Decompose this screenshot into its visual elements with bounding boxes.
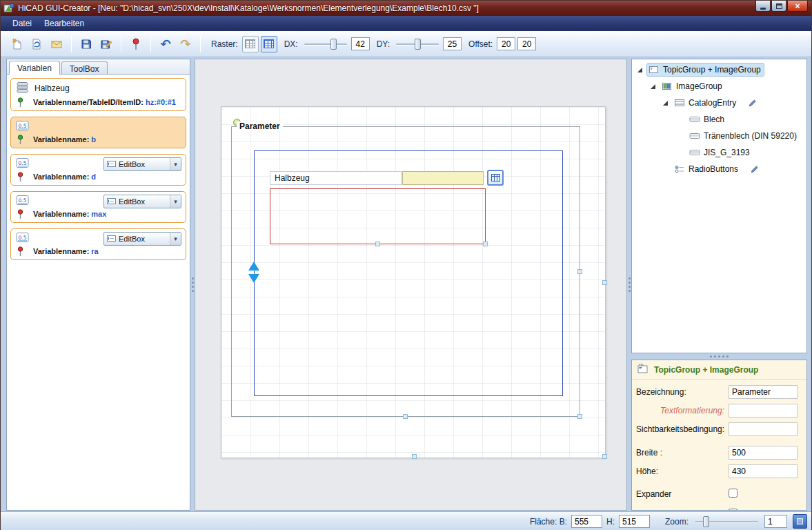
offset-x-input[interactable] <box>497 37 515 50</box>
tree-selection[interactable]: RadioButtons <box>673 163 741 175</box>
halbzeug-editbox[interactable] <box>402 171 484 185</box>
flaeche-b-input[interactable] <box>571 515 602 528</box>
control-type-dropdown[interactable]: EditBox ▾ <box>103 157 181 171</box>
redo-button[interactable]: ↷ <box>177 35 195 53</box>
grid-blue-icon <box>264 39 274 48</box>
slider-thumb[interactable] <box>415 39 421 50</box>
tree-selection[interactable]: Blech <box>688 113 727 126</box>
chevron-down-icon[interactable]: ▾ <box>170 195 181 208</box>
save-as-button[interactable] <box>97 35 115 53</box>
variable-card[interactable]: Halbzeug Variablenname/TableID/ItemID:hz… <box>10 78 186 111</box>
resize-handle[interactable] <box>375 242 380 246</box>
new-file-button[interactable] <box>8 35 26 53</box>
halbzeug-label-control[interactable]: Halbzeug <box>270 171 402 185</box>
tree-item-catalogentry[interactable]: CatalogEntry <box>632 95 806 111</box>
flaeche-h-input[interactable] <box>619 515 650 528</box>
variable-card[interactable]: 0.5 EditBox ▾ Variablenname:ra <box>10 228 186 260</box>
resize-handle[interactable] <box>483 242 488 246</box>
selected-container-outline[interactable] <box>254 150 563 396</box>
resize-handle[interactable] <box>412 454 417 459</box>
offset-y-input[interactable] <box>517 37 536 50</box>
save-button[interactable] <box>77 35 95 53</box>
envelope-icon <box>50 38 63 50</box>
grid-off-button[interactable] <box>242 36 259 52</box>
tab-toolbox[interactable]: ToolBox <box>61 61 108 74</box>
open-file-button[interactable] <box>48 35 66 53</box>
dx-input[interactable] <box>351 37 370 50</box>
tree-expander-icon[interactable] <box>663 101 668 106</box>
tree-selection[interactable]: TopicGroup + ImageGroup <box>647 63 764 76</box>
slider-thumb[interactable] <box>703 516 709 527</box>
control-type-dropdown[interactable]: EditBox ▾ <box>103 232 181 246</box>
designer-canvas[interactable]: Parameter Halbzeug <box>195 59 627 511</box>
slider-thumb[interactable] <box>330 39 337 50</box>
tree-item-jis-g-3193[interactable]: JIS_G_3193 <box>632 144 806 161</box>
groupbox-label: Parameter <box>237 121 283 131</box>
sichtbarkeitsbedingung-input[interactable] <box>729 422 798 436</box>
edit-pencil-icon[interactable] <box>748 99 757 108</box>
zoom-input[interactable] <box>764 515 787 528</box>
variables-panel: Variablen ToolBox Halbzeug Variablenname… <box>6 59 190 511</box>
chevron-down-icon[interactable]: ▾ <box>170 158 181 170</box>
tree-selection[interactable]: ImageGroup <box>660 80 725 92</box>
minimize-button[interactable] <box>755 1 771 12</box>
design-sheet[interactable]: Parameter Halbzeug <box>221 106 606 458</box>
tree-selection[interactable]: Tränenblech (DIN 59220) <box>688 130 800 142</box>
menu-datei[interactable]: Datei <box>6 17 38 30</box>
new-from-template-button[interactable] <box>28 35 46 53</box>
undo-button[interactable]: ↶ <box>157 35 175 53</box>
close-button[interactable]: × <box>787 1 808 12</box>
catalog-table-button[interactable] <box>487 170 504 186</box>
property-row: Sichtbarkeitsbedingung: <box>632 422 806 438</box>
chevron-down-icon[interactable]: ▾ <box>170 233 181 245</box>
tree-expander-icon[interactable] <box>651 84 655 89</box>
zoom-slider[interactable] <box>695 516 758 528</box>
pin-button[interactable] <box>127 35 145 53</box>
grid-on-button[interactable] <box>261 36 277 52</box>
breite-input[interactable] <box>729 446 798 460</box>
tab-variablen[interactable]: Variablen <box>9 61 60 75</box>
resize-handle[interactable] <box>577 414 582 419</box>
variable-cards: Halbzeug Variablenname/TableID/ItemID:hz… <box>7 75 190 269</box>
control-type-dropdown[interactable]: EditBox ▾ <box>103 195 181 208</box>
tree-item-traenenblech[interactable]: Tränenblech (DIN 59220) <box>632 128 806 144</box>
variable-label: Variablenname/TableID/ItemID: <box>33 98 143 106</box>
hoehe-input[interactable] <box>729 464 798 478</box>
vertical-resize-icon[interactable] <box>248 262 259 283</box>
zoom-fit-button[interactable] <box>793 514 807 529</box>
slider-track[interactable] <box>304 43 347 46</box>
variable-card[interactable]: 0.5 Variablenname:b <box>10 117 186 148</box>
svg-text:0.5: 0.5 <box>19 235 27 241</box>
dy-input[interactable] <box>443 37 462 50</box>
resize-handle[interactable] <box>602 280 607 285</box>
horizontal-splitter[interactable] <box>631 353 807 360</box>
bezeichnung-input[interactable] <box>729 385 798 399</box>
variable-value: hz:#0:#1 <box>146 98 176 106</box>
dx-slider[interactable] <box>304 38 347 50</box>
clipped-checkbox[interactable] <box>729 509 737 511</box>
textformatierung-input[interactable] <box>729 404 798 418</box>
expander-checkbox[interactable] <box>729 489 737 498</box>
tree-item-blech[interactable]: Blech <box>632 111 806 128</box>
tree-item-topicgroup-imagegroup[interactable]: TopicGroup + ImageGroup <box>632 61 806 78</box>
tree-expander-icon[interactable] <box>637 68 642 72</box>
variable-card[interactable]: 0.5 EditBox ▾ Variablenname:d <box>10 154 186 186</box>
maximize-button[interactable] <box>771 1 786 12</box>
property-label: Breite : <box>636 448 662 458</box>
resize-handle[interactable] <box>602 454 607 459</box>
tree-selection[interactable]: JIS_G_3193 <box>688 146 753 159</box>
menu-bearbeiten[interactable]: Bearbeiten <box>38 17 90 30</box>
edit-pencil-icon[interactable] <box>750 165 759 174</box>
svg-text:0.5: 0.5 <box>19 123 27 129</box>
tree-item-imagegroup[interactable]: ImageGroup <box>632 78 806 95</box>
window-title: HiCAD GUI-Creator - [Neu: "D:\hicad_svn\… <box>18 3 479 13</box>
dy-slider[interactable] <box>396 38 439 50</box>
variable-card[interactable]: 0.5 EditBox ▾ Variablenname:max <box>10 191 186 223</box>
dropdown-value: EditBox <box>119 235 145 243</box>
tree-item-radiobuttons[interactable]: RadioButtons <box>632 161 806 177</box>
resize-handle[interactable] <box>403 414 408 419</box>
resize-handle[interactable] <box>577 269 582 274</box>
image-area-outline[interactable] <box>270 188 486 244</box>
raster-label: Raster: <box>211 39 238 49</box>
tree-selection[interactable]: CatalogEntry <box>673 97 739 109</box>
